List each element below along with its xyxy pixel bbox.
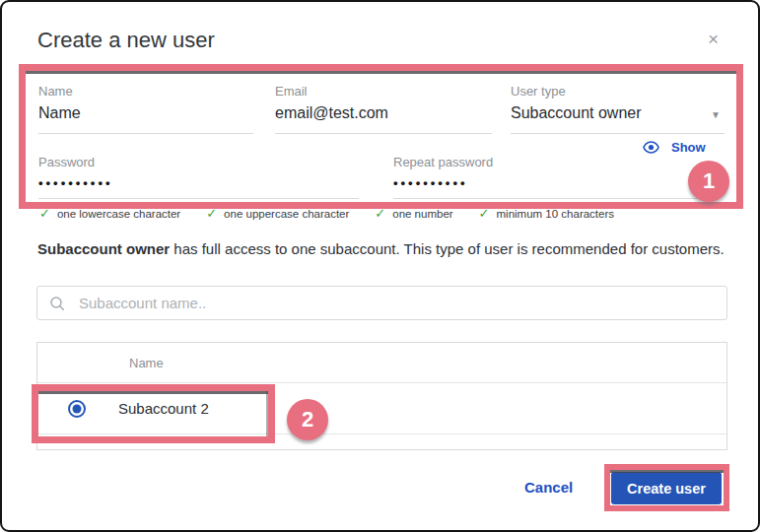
name-column-header: Name [129,356,164,370]
repeat-password-label: Repeat password [393,155,714,169]
email-value: email@test.com [275,104,492,122]
rule-text: minimum 10 characters [497,208,615,220]
check-icon: ✓ [375,206,385,221]
rule-length: ✓ minimum 10 characters [479,206,614,221]
eye-icon [643,141,659,154]
table-header: Name [37,343,726,383]
rule-text: one lowercase character [57,208,180,220]
password-label: Password [38,155,359,169]
chevron-down-icon[interactable]: ▼ [711,109,721,120]
input-underline [511,133,725,134]
password-rules: ✓ one lowercase character ✓ one uppercas… [39,206,614,221]
rule-text: one number [392,208,452,220]
input-underline [275,133,492,134]
check-icon: ✓ [206,206,217,221]
show-password-label: Show [671,140,706,155]
radio-dot [73,404,82,413]
repeat-password-value: •••••••••• [393,175,714,190]
description-text: has full access to one subaccount. This … [170,240,725,257]
close-icon[interactable]: × [708,30,719,48]
user-type-value: Subaccount owner [511,104,725,122]
page-title: Create a new user [37,28,215,53]
password-field[interactable]: Password •••••••••• [38,155,359,199]
rule-text: one uppercase character [224,208,349,220]
input-underline [38,198,359,199]
password-value: •••••••••• [38,175,359,190]
description-bold: Subaccount owner [37,240,170,257]
user-type-label: User type [511,84,725,99]
rule-uppercase: ✓ one uppercase character [206,206,349,221]
rule-lowercase: ✓ one lowercase character [39,206,180,221]
create-user-button[interactable]: Create user [611,472,722,504]
create-user-modal: Create a new user × Name Name Email emai… [0,0,760,532]
cancel-button[interactable]: Cancel [524,479,573,496]
email-field[interactable]: Email email@test.com [275,84,492,134]
subaccount-name: Subaccount 2 [118,400,209,417]
input-underline [393,198,714,199]
rule-number: ✓ one number [375,206,452,221]
name-value: Name [38,104,253,122]
show-password-toggle[interactable]: Show [643,140,706,155]
radio-selected-icon[interactable] [68,400,86,418]
subaccount-table: Name Subaccount 2 [36,342,727,450]
check-icon: ✓ [479,206,490,221]
search-icon [49,296,65,311]
search-input[interactable] [77,294,715,312]
subaccount-search[interactable] [36,286,727,320]
check-icon: ✓ [39,206,50,221]
name-field[interactable]: Name Name [38,84,253,134]
email-label: Email [275,84,492,99]
input-underline [38,133,253,134]
user-type-select[interactable]: User type Subaccount owner ▼ [511,84,725,134]
user-type-description: Subaccount owner has full access to one … [37,240,725,257]
table-row[interactable]: Subaccount 2 [37,383,726,434]
repeat-password-field[interactable]: Repeat password •••••••••• [393,155,714,199]
name-label: Name [38,84,253,99]
